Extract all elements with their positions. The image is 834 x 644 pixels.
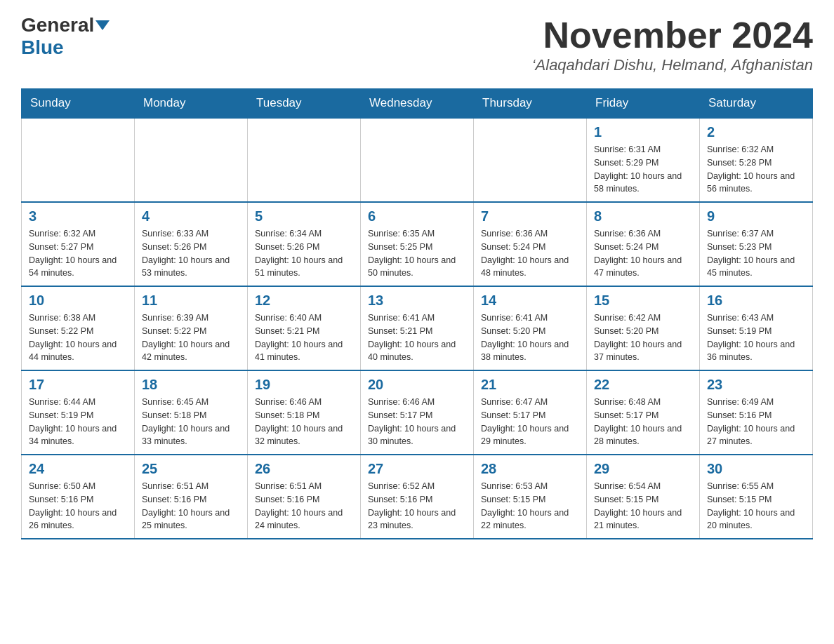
day-number: 6 [368,208,466,224]
day-info: Sunrise: 6:31 AMSunset: 5:29 PMDaylight:… [594,143,692,196]
calendar-cell: 17Sunrise: 6:44 AMSunset: 5:19 PMDayligh… [22,370,135,455]
day-number: 13 [368,293,466,309]
calendar-cell: 26Sunrise: 6:51 AMSunset: 5:16 PMDayligh… [248,455,361,539]
day-number: 23 [707,377,805,393]
day-number: 15 [594,293,692,309]
day-header-friday: Friday [587,89,700,119]
calendar-cell: 23Sunrise: 6:49 AMSunset: 5:16 PMDayligh… [700,370,813,455]
calendar-cell: 7Sunrise: 6:36 AMSunset: 5:24 PMDaylight… [474,202,587,286]
day-info: Sunrise: 6:55 AMSunset: 5:15 PMDaylight:… [707,480,805,532]
calendar-cell: 20Sunrise: 6:46 AMSunset: 5:17 PMDayligh… [361,370,474,455]
day-info: Sunrise: 6:32 AMSunset: 5:27 PMDaylight:… [29,227,127,280]
day-number: 19 [255,377,353,393]
day-info: Sunrise: 6:47 AMSunset: 5:17 PMDaylight:… [481,396,579,448]
day-number: 29 [594,461,692,477]
day-number: 3 [29,208,127,224]
calendar-cell: 15Sunrise: 6:42 AMSunset: 5:20 PMDayligh… [587,286,700,370]
calendar-cell: 19Sunrise: 6:46 AMSunset: 5:18 PMDayligh… [248,370,361,455]
day-number: 26 [255,461,353,477]
day-header-monday: Monday [135,89,248,119]
day-header-sunday: Sunday [22,89,135,119]
day-info: Sunrise: 6:34 AMSunset: 5:26 PMDaylight:… [255,227,353,280]
calendar-header-row: SundayMondayTuesdayWednesdayThursdayFrid… [22,89,813,119]
day-info: Sunrise: 6:32 AMSunset: 5:28 PMDaylight:… [707,143,805,196]
day-number: 7 [481,208,579,224]
calendar-week-1: 1Sunrise: 6:31 AMSunset: 5:29 PMDaylight… [22,118,813,202]
calendar-cell: 10Sunrise: 6:38 AMSunset: 5:22 PMDayligh… [22,286,135,370]
logo-general-text: General [21,14,94,36]
day-info: Sunrise: 6:50 AMSunset: 5:16 PMDaylight:… [29,480,127,532]
calendar-cell: 24Sunrise: 6:50 AMSunset: 5:16 PMDayligh… [22,455,135,539]
day-number: 30 [707,461,805,477]
day-number: 20 [368,377,466,393]
day-info: Sunrise: 6:35 AMSunset: 5:25 PMDaylight:… [368,227,466,280]
calendar-cell: 4Sunrise: 6:33 AMSunset: 5:26 PMDaylight… [135,202,248,286]
calendar-cell [248,118,361,202]
day-info: Sunrise: 6:33 AMSunset: 5:26 PMDaylight:… [142,227,240,280]
calendar-cell: 2Sunrise: 6:32 AMSunset: 5:28 PMDaylight… [700,118,813,202]
day-info: Sunrise: 6:53 AMSunset: 5:15 PMDaylight:… [481,480,579,532]
day-number: 21 [481,377,579,393]
day-info: Sunrise: 6:41 AMSunset: 5:20 PMDaylight:… [481,311,579,364]
day-number: 27 [368,461,466,477]
day-number: 4 [142,208,240,224]
calendar-cell: 28Sunrise: 6:53 AMSunset: 5:15 PMDayligh… [474,455,587,539]
calendar-cell: 21Sunrise: 6:47 AMSunset: 5:17 PMDayligh… [474,370,587,455]
logo: General Blue [21,14,111,59]
day-number: 5 [255,208,353,224]
day-header-thursday: Thursday [474,89,587,119]
calendar-week-2: 3Sunrise: 6:32 AMSunset: 5:27 PMDaylight… [22,202,813,286]
calendar-cell [135,118,248,202]
calendar-cell: 29Sunrise: 6:54 AMSunset: 5:15 PMDayligh… [587,455,700,539]
day-info: Sunrise: 6:41 AMSunset: 5:21 PMDaylight:… [368,311,466,364]
calendar-week-3: 10Sunrise: 6:38 AMSunset: 5:22 PMDayligh… [22,286,813,370]
day-info: Sunrise: 6:40 AMSunset: 5:21 PMDaylight:… [255,311,353,364]
page-header: General Blue November 2024 ‘Alaqahdari D… [21,14,813,74]
logo-blue-text: Blue [21,36,64,58]
day-number: 28 [481,461,579,477]
calendar-cell: 1Sunrise: 6:31 AMSunset: 5:29 PMDaylight… [587,118,700,202]
title-section: November 2024 ‘Alaqahdari Dishu, Helmand… [532,14,813,74]
calendar-cell: 13Sunrise: 6:41 AMSunset: 5:21 PMDayligh… [361,286,474,370]
day-info: Sunrise: 6:46 AMSunset: 5:17 PMDaylight:… [368,396,466,448]
location-title: ‘Alaqahdari Dishu, Helmand, Afghanistan [532,56,813,74]
calendar-cell: 6Sunrise: 6:35 AMSunset: 5:25 PMDaylight… [361,202,474,286]
day-info: Sunrise: 6:49 AMSunset: 5:16 PMDaylight:… [707,396,805,448]
day-info: Sunrise: 6:38 AMSunset: 5:22 PMDaylight:… [29,311,127,364]
day-info: Sunrise: 6:45 AMSunset: 5:18 PMDaylight:… [142,396,240,448]
day-header-wednesday: Wednesday [361,89,474,119]
calendar-cell [22,118,135,202]
day-number: 18 [142,377,240,393]
calendar-cell: 14Sunrise: 6:41 AMSunset: 5:20 PMDayligh… [474,286,587,370]
calendar-cell: 18Sunrise: 6:45 AMSunset: 5:18 PMDayligh… [135,370,248,455]
day-number: 11 [142,293,240,309]
day-number: 14 [481,293,579,309]
day-info: Sunrise: 6:36 AMSunset: 5:24 PMDaylight:… [594,227,692,280]
day-info: Sunrise: 6:42 AMSunset: 5:20 PMDaylight:… [594,311,692,364]
day-info: Sunrise: 6:46 AMSunset: 5:18 PMDaylight:… [255,396,353,448]
day-info: Sunrise: 6:51 AMSunset: 5:16 PMDaylight:… [255,480,353,532]
day-info: Sunrise: 6:36 AMSunset: 5:24 PMDaylight:… [481,227,579,280]
calendar-cell: 5Sunrise: 6:34 AMSunset: 5:26 PMDaylight… [248,202,361,286]
day-header-saturday: Saturday [700,89,813,119]
calendar-cell: 9Sunrise: 6:37 AMSunset: 5:23 PMDaylight… [700,202,813,286]
calendar-cell: 12Sunrise: 6:40 AMSunset: 5:21 PMDayligh… [248,286,361,370]
calendar-cell [361,118,474,202]
calendar-week-5: 24Sunrise: 6:50 AMSunset: 5:16 PMDayligh… [22,455,813,539]
day-info: Sunrise: 6:52 AMSunset: 5:16 PMDaylight:… [368,480,466,532]
day-number: 25 [142,461,240,477]
calendar-cell: 30Sunrise: 6:55 AMSunset: 5:15 PMDayligh… [700,455,813,539]
day-info: Sunrise: 6:37 AMSunset: 5:23 PMDaylight:… [707,227,805,280]
calendar-cell: 11Sunrise: 6:39 AMSunset: 5:22 PMDayligh… [135,286,248,370]
calendar-cell: 22Sunrise: 6:48 AMSunset: 5:17 PMDayligh… [587,370,700,455]
day-header-tuesday: Tuesday [248,89,361,119]
calendar-cell [474,118,587,202]
calendar-cell: 25Sunrise: 6:51 AMSunset: 5:16 PMDayligh… [135,455,248,539]
day-number: 8 [594,208,692,224]
day-info: Sunrise: 6:51 AMSunset: 5:16 PMDaylight:… [142,480,240,532]
day-info: Sunrise: 6:39 AMSunset: 5:22 PMDaylight:… [142,311,240,364]
day-number: 2 [707,124,805,140]
day-number: 24 [29,461,127,477]
day-number: 10 [29,293,127,309]
calendar-week-4: 17Sunrise: 6:44 AMSunset: 5:19 PMDayligh… [22,370,813,455]
